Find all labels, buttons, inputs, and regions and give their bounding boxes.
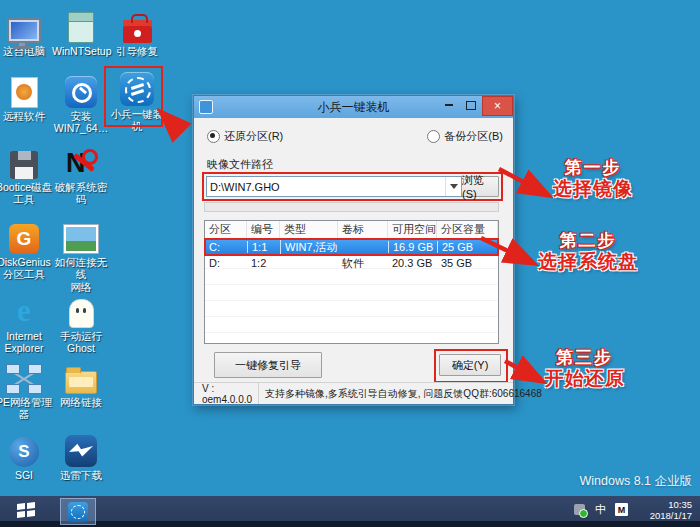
highlight-frame-icon xyxy=(104,66,163,127)
col-header[interactable]: 类型 xyxy=(280,221,338,238)
ok-button-highlight: 确定(Y) xyxy=(434,349,508,383)
cell: WIN7,活动 xyxy=(280,240,338,255)
radio-selected-icon xyxy=(207,130,220,143)
icon-label: 破解系统密码 xyxy=(52,181,110,206)
gear-icon xyxy=(65,76,97,108)
image-path-highlight: D:\WIN7.GHO 浏览(S) xyxy=(202,172,503,201)
table-row-d[interactable]: D: 1:2 软件 20.3 GB 35 GB xyxy=(205,255,498,271)
icon-label: 远程软件 xyxy=(0,110,53,122)
windows-logo-icon xyxy=(17,502,35,519)
windows-watermark: Windows 8.1 企业版 xyxy=(579,473,692,490)
cell: 1:2 xyxy=(247,257,280,269)
floppy-disk-icon xyxy=(10,151,38,179)
cell: 1:1 xyxy=(247,241,280,253)
desktop-icon-ghost[interactable]: 手动运行 Ghost xyxy=(52,291,110,355)
desktop-icon-bootice[interactable]: Bootice磁盘 工具 xyxy=(0,142,53,206)
dialog-titlebar[interactable]: 小兵一键装机 × xyxy=(194,96,513,118)
fix-boot-button[interactable]: 一键修复引导 xyxy=(214,352,322,378)
progress-strip xyxy=(204,202,499,212)
icon-label: 引导修复 xyxy=(108,45,166,57)
clock-date: 2018/1/17 xyxy=(640,510,692,521)
icon-label: Internet Explorer xyxy=(0,330,53,355)
cell: 16.9 GB xyxy=(388,241,437,253)
desktop-icon-winntsetup[interactable]: WinNTSetup xyxy=(52,6,110,57)
status-bar: V : oem4.0.0.0 支持多种镜像,多系统引导自动修复, 问题反馈QQ群… xyxy=(194,382,513,404)
system-tray: 中 M 10:35 2018/1/17 xyxy=(574,496,700,523)
icon-label: PE网络管理器 xyxy=(0,396,53,421)
col-header[interactable]: 分区 xyxy=(205,221,247,238)
desktop-icon-this-pc[interactable]: 这台电脑 xyxy=(0,6,53,57)
desktop-icon-diskgenius[interactable]: G DiskGenius 分区工具 xyxy=(0,217,53,281)
document-icon xyxy=(11,77,38,108)
radio-label: 还原分区(R) xyxy=(224,129,283,144)
step-number: 第一步 xyxy=(543,158,643,178)
nt-key-icon: N xyxy=(64,147,98,179)
start-button[interactable] xyxy=(8,499,44,521)
taskbar: 中 M 10:35 2018/1/17 xyxy=(0,496,700,527)
desktop-icon-thunder[interactable]: 迅雷下载 xyxy=(52,430,110,481)
combo-dropdown-button[interactable] xyxy=(445,177,461,196)
sgi-icon: S xyxy=(9,437,39,467)
tray-usb-eject-icon[interactable] xyxy=(574,504,585,515)
image-path-combobox[interactable]: D:\WIN7.GHO xyxy=(206,176,462,197)
step-action: 选择系统盘 xyxy=(528,251,648,273)
ok-button[interactable]: 确定(Y) xyxy=(439,354,501,376)
step-number: 第三步 xyxy=(527,348,642,368)
taskbar-app-xiaobing[interactable] xyxy=(60,498,96,525)
ie-icon: e xyxy=(17,294,31,328)
taskbar-clock[interactable]: 10:35 2018/1/17 xyxy=(640,499,700,521)
version-text: V : oem4.0.0.0 xyxy=(194,383,259,404)
cell: D: xyxy=(205,257,247,269)
desktop-icon-wireless-guide[interactable]: 如何连接无线 网络 xyxy=(52,217,110,293)
col-header[interactable]: 卷标 xyxy=(338,221,388,238)
icon-label: SGI xyxy=(0,469,53,481)
col-header[interactable]: 分区容量 xyxy=(437,221,498,238)
maximize-button[interactable] xyxy=(460,96,482,114)
browse-button[interactable]: 浏览(S) xyxy=(461,176,499,197)
desktop-icon-remote-software[interactable]: 远程软件 xyxy=(0,71,53,122)
desktop-icon-install-win7[interactable]: 安装 WIN7_64… xyxy=(52,71,110,135)
annotation-step3: 第三步 开始还原 xyxy=(527,348,642,389)
partition-table: 分区 编号 类型 卷标 可用空间 分区容量 C: 1:1 WIN7,活动 16.… xyxy=(204,220,499,344)
desktop-icon-network-links[interactable]: 网络链接 xyxy=(52,357,110,408)
radio-unselected-icon xyxy=(427,130,440,143)
desktop-icon-sgi[interactable]: S SGI xyxy=(0,430,53,481)
table-row-c-selected[interactable]: C: 1:1 WIN7,活动 16.9 GB 25 GB xyxy=(205,239,498,255)
col-header[interactable]: 可用空间 xyxy=(388,221,437,238)
desktop-icon-boot-repair[interactable]: 引导修复 xyxy=(108,6,166,57)
radio-backup-partition[interactable]: 备份分区(B) xyxy=(427,129,503,144)
cell: 35 GB xyxy=(437,257,498,269)
package-icon xyxy=(68,12,94,43)
computer-icon xyxy=(7,18,41,43)
col-header[interactable]: 编号 xyxy=(247,221,280,238)
bird-icon xyxy=(65,435,97,467)
annotation-step1: 第一步 选择镜像 xyxy=(543,158,643,199)
toolbox-icon xyxy=(123,26,152,43)
icon-label: 手动运行 Ghost xyxy=(52,330,110,355)
ghost-icon xyxy=(69,299,94,328)
ime-mode-indicator[interactable]: M xyxy=(615,503,628,516)
minimize-button[interactable] xyxy=(438,96,460,114)
annotation-step2: 第二步 选择系统盘 xyxy=(528,231,648,272)
radio-restore-partition[interactable]: 还原分区(R) xyxy=(207,129,283,144)
ime-language-indicator[interactable]: 中 xyxy=(595,502,606,517)
close-button[interactable]: × xyxy=(482,96,513,116)
photo-icon xyxy=(63,224,99,254)
network-nodes-icon xyxy=(6,364,42,394)
icon-label: 如何连接无线 网络 xyxy=(52,256,110,293)
folder-icon xyxy=(65,371,97,394)
desktop-icon-pe-network[interactable]: PE网络管理器 xyxy=(0,357,53,421)
image-path-label: 映像文件路径 xyxy=(207,157,273,172)
cell: C: xyxy=(205,241,247,253)
clock-time: 10:35 xyxy=(640,499,692,510)
desktop-icon-crack-password[interactable]: N 破解系统密码 xyxy=(52,142,110,206)
support-text: 支持多种镜像,多系统引导自动修复, 问题反馈QQ群:606616468 xyxy=(259,387,542,401)
icon-label: 网络链接 xyxy=(52,396,110,408)
step-action: 选择镜像 xyxy=(543,178,643,200)
radio-label: 备份分区(B) xyxy=(444,129,503,144)
table-header-row[interactable]: 分区 编号 类型 卷标 可用空间 分区容量 xyxy=(205,221,498,239)
image-path-value: D:\WIN7.GHO xyxy=(207,181,445,193)
minimize-icon xyxy=(445,104,453,106)
cell: 20.3 GB xyxy=(388,257,437,269)
desktop-icon-ie[interactable]: e Internet Explorer xyxy=(0,291,53,355)
